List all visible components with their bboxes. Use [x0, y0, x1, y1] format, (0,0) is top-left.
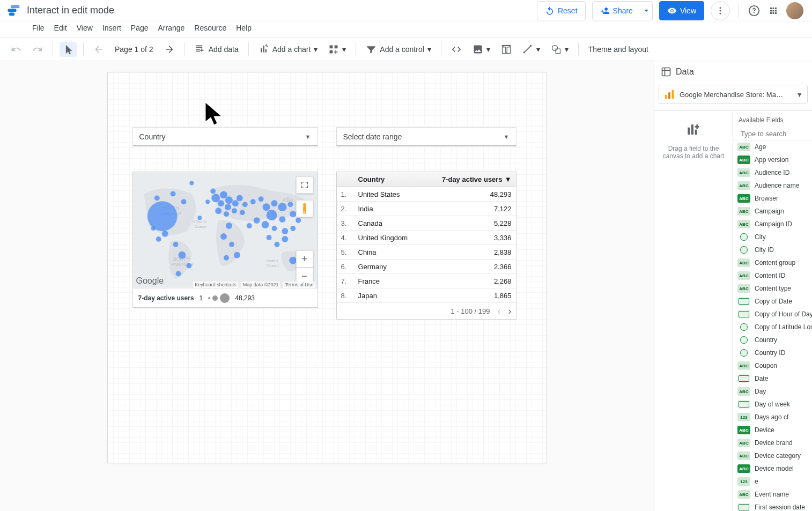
prev-page-button[interactable]	[90, 42, 107, 57]
next-page-button[interactable]: ›	[508, 306, 512, 317]
field-search-input[interactable]	[741, 130, 812, 138]
next-page-button[interactable]	[161, 42, 178, 57]
page-indicator[interactable]: Page 1 of 2	[112, 43, 157, 56]
map-fullscreen-button[interactable]	[296, 176, 313, 194]
svg-point-68	[181, 199, 186, 204]
help-button[interactable]	[748, 4, 761, 17]
menu-help[interactable]: Help	[232, 21, 256, 34]
divider	[184, 42, 185, 56]
undo-icon	[11, 44, 21, 55]
row-country: Canada	[358, 219, 494, 227]
svg-rect-75	[303, 211, 304, 214]
field-item[interactable]: Country	[733, 334, 812, 346]
legend-min: 1	[200, 294, 203, 302]
field-item[interactable]: ABCContent group	[733, 256, 812, 269]
field-item[interactable]: Copy of Latitude Long	[733, 321, 812, 334]
field-search[interactable]	[733, 127, 812, 140]
chevron-down-icon	[644, 8, 649, 13]
col-metric[interactable]: 7-day active users ▼	[442, 175, 512, 183]
chart-dropzone[interactable]: Drag a field to the canvas to add a char…	[654, 111, 733, 171]
field-item[interactable]: 123Days ago cf	[733, 411, 812, 424]
field-item[interactable]: Date	[733, 372, 812, 385]
field-item[interactable]: ABCAudience name	[733, 179, 812, 192]
field-item[interactable]: City ID	[733, 243, 812, 256]
field-item[interactable]: ABCDevice	[733, 424, 812, 436]
field-item[interactable]: ABCContent ID	[733, 269, 812, 282]
add-data-button[interactable]: Add data	[191, 42, 242, 57]
select-tool[interactable]	[60, 42, 77, 57]
map-chart[interactable]: NORTH AMERICA SOUTH AMERICA ASIA Atlanti…	[132, 172, 318, 308]
menu-file[interactable]: File	[28, 21, 49, 34]
table-row[interactable]: 4.United Kingdom3,336	[337, 231, 516, 245]
embed-button[interactable]	[448, 42, 465, 57]
field-item[interactable]: ABCCoupon	[733, 359, 812, 372]
menu-view[interactable]: View	[72, 21, 97, 34]
canvas-area[interactable]: Country ▼ Select date range ▼	[0, 61, 654, 511]
menu-page[interactable]: Page	[127, 21, 153, 34]
table-row[interactable]: 3.Canada5,228	[337, 216, 516, 231]
document-title[interactable]: Interact in edit mode	[27, 5, 114, 16]
more-options-button[interactable]	[711, 1, 730, 20]
table-row[interactable]: 5.China2,838	[337, 245, 516, 260]
field-item[interactable]: ABCAge	[733, 140, 812, 153]
text-button[interactable]	[498, 42, 515, 57]
map-zoom-in-button[interactable]: +	[296, 250, 313, 268]
undo-button[interactable]	[8, 42, 25, 57]
table-row[interactable]: 2.India7,122	[337, 202, 516, 216]
add-chart-button[interactable]: Add a chart ▾	[255, 42, 321, 57]
data-source-selector[interactable]: Google Merchandise Store: Ma… ▼	[659, 85, 808, 104]
menu-edit[interactable]: Edit	[50, 21, 71, 34]
field-item[interactable]: Copy of Date	[733, 295, 812, 308]
field-item[interactable]: ABCEvent name	[733, 488, 812, 501]
reset-button[interactable]: Reset	[537, 1, 586, 20]
field-item[interactable]: Copy of Hour of Day	[733, 308, 812, 321]
redo-button[interactable]	[29, 42, 46, 57]
community-viz-button[interactable]: ▾	[325, 42, 349, 57]
svg-point-21	[147, 201, 177, 231]
image-button[interactable]: ▾	[469, 42, 493, 57]
menu-arrange[interactable]: Arrange	[154, 21, 189, 34]
svg-point-69	[154, 195, 159, 201]
field-item[interactable]: ABCApp version	[733, 153, 812, 166]
map-viewport[interactable]: NORTH AMERICA SOUTH AMERICA ASIA Atlanti…	[133, 172, 318, 288]
field-item[interactable]: Day of week	[733, 398, 812, 411]
table-row[interactable]: 6.Germany2,366	[337, 260, 516, 274]
row-value: 5,228	[494, 219, 512, 227]
field-item[interactable]: Country ID	[733, 346, 812, 359]
map-pegman-button[interactable]	[296, 200, 313, 217]
field-item[interactable]: ABCAudience ID	[733, 166, 812, 179]
divider	[578, 42, 579, 56]
prev-page-button[interactable]: ‹	[498, 306, 501, 317]
table-chart[interactable]: Country 7-day active users ▼ 1.United St…	[336, 172, 516, 320]
table-row[interactable]: 1.United States48,293	[337, 187, 516, 202]
field-item[interactable]: ABCDevice model	[733, 462, 812, 475]
field-item[interactable]: ABCDay	[733, 385, 812, 398]
report-canvas[interactable]: Country ▼ Select date range ▼	[107, 72, 547, 463]
menu-insert[interactable]: Insert	[98, 21, 126, 34]
date-range-dropdown[interactable]: Select date range ▼	[336, 127, 516, 146]
field-item[interactable]: ABCBrowser	[733, 192, 812, 205]
table-row[interactable]: 7.France2,268	[337, 274, 516, 288]
field-item[interactable]: ABCDevice category	[733, 449, 812, 462]
table-row[interactable]: 8.Japan1,865	[337, 288, 516, 303]
add-control-button[interactable]: Add a control ▾	[363, 42, 434, 57]
line-button[interactable]: ▾	[519, 42, 543, 57]
field-item[interactable]: ABCCampaign ID	[733, 218, 812, 231]
share-button[interactable]: Share	[592, 1, 641, 20]
field-item[interactable]: ABCCampaign	[733, 205, 812, 218]
user-avatar[interactable]	[786, 2, 803, 19]
view-button[interactable]: View	[659, 1, 704, 20]
apps-button[interactable]	[767, 4, 780, 17]
shape-button[interactable]: ▾	[548, 42, 572, 57]
field-item[interactable]: First session date	[733, 501, 812, 511]
share-dropdown-button[interactable]	[640, 1, 653, 20]
country-filter-dropdown[interactable]: Country ▼	[132, 127, 318, 146]
col-country[interactable]: Country	[358, 175, 442, 183]
field-item[interactable]: ABCContent type	[733, 282, 812, 295]
field-item[interactable]: 123e	[733, 475, 812, 488]
field-item[interactable]: City	[733, 231, 812, 243]
world-map-svg: NORTH AMERICA SOUTH AMERICA ASIA Atlanti…	[133, 172, 318, 288]
theme-button[interactable]: Theme and layout	[585, 43, 652, 56]
menu-resource[interactable]: Resource	[190, 21, 231, 34]
field-item[interactable]: ABCDevice brand	[733, 436, 812, 449]
